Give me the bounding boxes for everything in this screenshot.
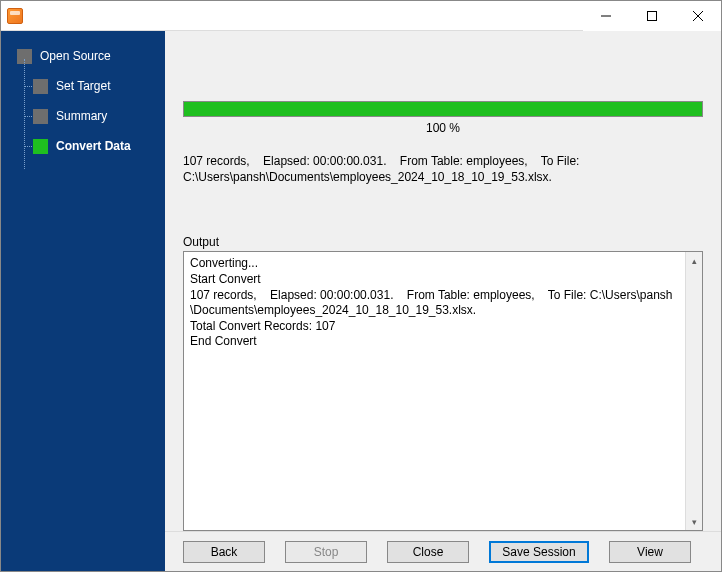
progress-fill	[184, 102, 702, 116]
maximize-button[interactable]	[629, 1, 675, 31]
window-controls	[583, 1, 721, 31]
nav-set-target[interactable]: Set Target	[1, 71, 165, 101]
stop-button: Stop	[285, 541, 367, 563]
status-text: 107 records, Elapsed: 00:00:00.031. From…	[183, 153, 703, 185]
progress-area: 100 %	[183, 101, 703, 135]
output-box: Converting... Start Convert 107 records,…	[183, 251, 703, 531]
wizard-sidebar: Open Source Set Target Summary Convert D…	[1, 31, 165, 571]
nav-open-source[interactable]: Open Source	[1, 41, 165, 71]
nav-label: Summary	[56, 109, 107, 123]
nav-summary[interactable]: Summary	[1, 101, 165, 131]
progress-label: 100 %	[183, 121, 703, 135]
nav-convert-data[interactable]: Convert Data	[1, 131, 165, 161]
body: Open Source Set Target Summary Convert D…	[1, 31, 721, 571]
save-session-button[interactable]: Save Session	[489, 541, 589, 563]
button-row: Back Stop Close Save Session View	[165, 531, 721, 571]
svg-rect-1	[648, 11, 657, 20]
output-text[interactable]: Converting... Start Convert 107 records,…	[184, 252, 685, 530]
close-button[interactable]: Close	[387, 541, 469, 563]
nav-label: Convert Data	[56, 139, 131, 153]
minimize-button[interactable]	[583, 1, 629, 31]
output-label: Output	[183, 235, 703, 249]
step-box-icon	[33, 109, 48, 124]
app-icon	[7, 8, 23, 24]
output-scrollbar[interactable]: ▴ ▾	[685, 252, 702, 530]
step-box-icon	[33, 79, 48, 94]
titlebar-left	[1, 8, 23, 24]
view-button[interactable]: View	[609, 541, 691, 563]
main-content: 100 % 107 records, Elapsed: 00:00:00.031…	[165, 31, 721, 531]
scroll-up-icon[interactable]: ▴	[686, 252, 702, 269]
back-button[interactable]: Back	[183, 541, 265, 563]
app-window: Open Source Set Target Summary Convert D…	[0, 0, 722, 572]
nav-label: Set Target	[56, 79, 110, 93]
scroll-down-icon[interactable]: ▾	[686, 513, 702, 530]
close-window-button[interactable]	[675, 1, 721, 31]
step-box-icon	[33, 139, 48, 154]
nav-label: Open Source	[40, 49, 111, 63]
titlebar	[1, 1, 721, 31]
progress-bar	[183, 101, 703, 117]
main-panel: 100 % 107 records, Elapsed: 00:00:00.031…	[165, 31, 721, 571]
